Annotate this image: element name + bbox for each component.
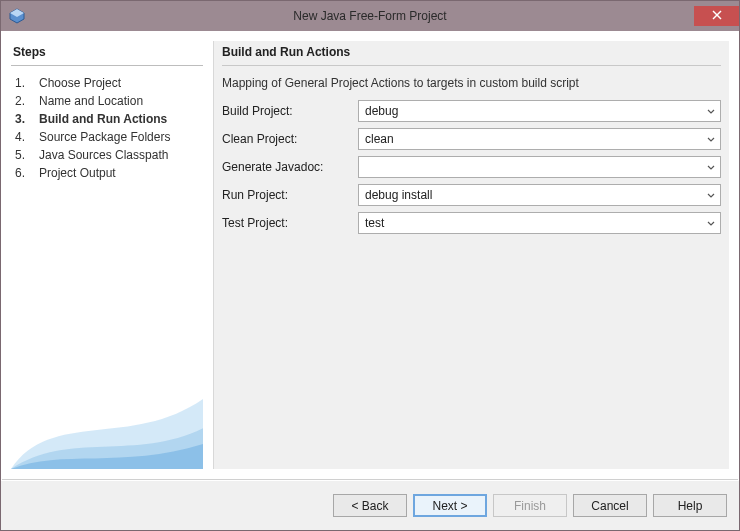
generate-javadoc-label: Generate Javadoc:: [222, 160, 352, 174]
chevron-down-icon: [707, 216, 715, 230]
actions-form: Build Project: Clean Project: Generate J…: [222, 100, 721, 234]
chevron-down-icon: [707, 104, 715, 118]
main-subtext: Mapping of General Project Actions to ta…: [222, 76, 721, 90]
generate-javadoc-input[interactable]: [358, 156, 721, 178]
divider: [222, 65, 721, 66]
main-header: Build and Run Actions: [222, 45, 721, 61]
back-button[interactable]: < Back: [333, 494, 407, 517]
wizard-art: [11, 369, 203, 469]
dropdown-button[interactable]: [702, 157, 720, 177]
wizard-footer: < Back Next > Finish Cancel Help: [1, 480, 739, 530]
clean-project-input[interactable]: [358, 128, 721, 150]
step-choose-project: 1.Choose Project: [15, 74, 203, 92]
steps-list: 1.Choose Project 2.Name and Location 3.B…: [11, 74, 203, 182]
clean-project-combo[interactable]: [358, 128, 721, 150]
main-panel: Build and Run Actions Mapping of General…: [213, 41, 729, 469]
wizard-window: New Java Free-Form Project Steps 1.Choos…: [0, 0, 740, 531]
run-project-combo[interactable]: [358, 184, 721, 206]
dropdown-button[interactable]: [702, 185, 720, 205]
chevron-down-icon: [707, 188, 715, 202]
titlebar: New Java Free-Form Project: [1, 1, 739, 31]
divider: [11, 65, 203, 66]
close-icon: [712, 9, 722, 23]
clean-project-label: Clean Project:: [222, 132, 352, 146]
run-project-label: Run Project:: [222, 188, 352, 202]
run-project-input[interactable]: [358, 184, 721, 206]
dropdown-button[interactable]: [702, 213, 720, 233]
help-button[interactable]: Help: [653, 494, 727, 517]
step-project-output: 6.Project Output: [15, 164, 203, 182]
test-project-input[interactable]: [358, 212, 721, 234]
generate-javadoc-combo[interactable]: [358, 156, 721, 178]
chevron-down-icon: [707, 132, 715, 146]
content-area: Steps 1.Choose Project 2.Name and Locati…: [1, 31, 739, 479]
test-project-label: Test Project:: [222, 216, 352, 230]
step-java-classpath: 5.Java Sources Classpath: [15, 146, 203, 164]
next-button[interactable]: Next >: [413, 494, 487, 517]
step-build-run-actions: 3.Build and Run Actions: [15, 110, 203, 128]
dropdown-button[interactable]: [702, 101, 720, 121]
build-project-combo[interactable]: [358, 100, 721, 122]
window-title: New Java Free-Form Project: [1, 9, 739, 23]
steps-header: Steps: [11, 41, 203, 61]
cancel-button[interactable]: Cancel: [573, 494, 647, 517]
finish-button: Finish: [493, 494, 567, 517]
close-button[interactable]: [694, 6, 739, 26]
build-project-label: Build Project:: [222, 104, 352, 118]
dropdown-button[interactable]: [702, 129, 720, 149]
steps-panel: Steps 1.Choose Project 2.Name and Locati…: [11, 41, 203, 469]
build-project-input[interactable]: [358, 100, 721, 122]
app-icon: [9, 8, 25, 24]
step-source-folders: 4.Source Package Folders: [15, 128, 203, 146]
chevron-down-icon: [707, 160, 715, 174]
step-name-location: 2.Name and Location: [15, 92, 203, 110]
test-project-combo[interactable]: [358, 212, 721, 234]
